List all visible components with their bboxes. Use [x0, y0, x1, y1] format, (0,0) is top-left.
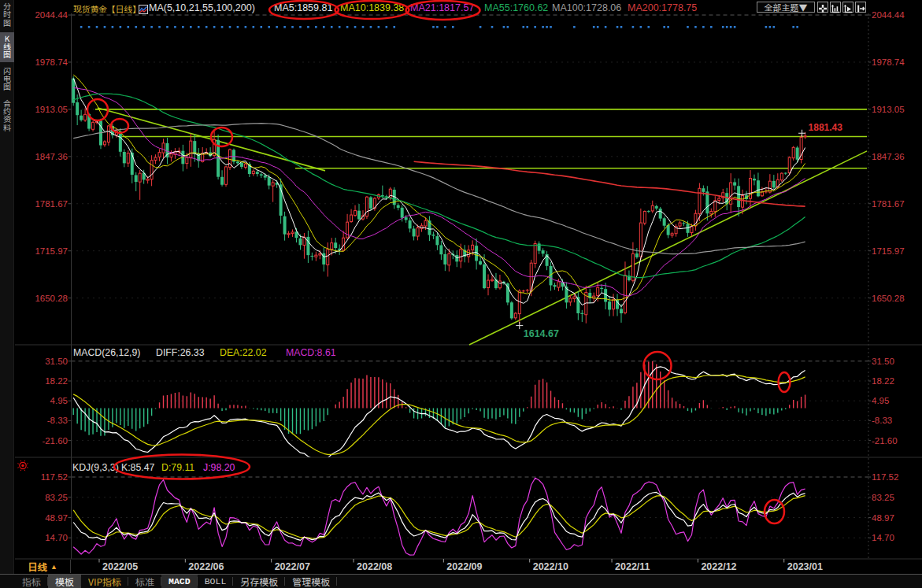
- kdj-header-3: D:79.11: [161, 462, 194, 473]
- macd-label-left: 18.22: [45, 376, 68, 386]
- price-label-left: 1715.97: [35, 246, 68, 256]
- macd-label-left: 31.50: [45, 357, 68, 366]
- ma-value-1: MA5:1859.81: [274, 2, 332, 14]
- price-label-left: 1847.36: [35, 152, 68, 161]
- price-label-right: 1781.67: [872, 199, 905, 209]
- trading-app-window: 分时图K线图闪电图合约资料 现货黄金【日线】 MA(5,10,21,55,100…: [0, 0, 922, 588]
- ma-value-5: MA100:1728.06: [552, 2, 621, 14]
- macd-dea-line: [73, 375, 805, 455]
- left-sidebar: 分时图K线图闪电图合约资料: [0, 0, 14, 588]
- low-price-label: 1614.67: [524, 328, 559, 339]
- price-label-right: 1847.36: [872, 152, 905, 161]
- date-tick-label: 2023/01: [787, 561, 823, 572]
- date-tick-label: 2022/05: [102, 561, 138, 572]
- axis-scale-icon[interactable]: [830, 2, 841, 13]
- annotation-ellipse-7: [644, 352, 672, 379]
- annotation-ellipse-4: [87, 99, 108, 120]
- ma-value-6: MA200:1778.75: [628, 2, 697, 14]
- price-label-right: 2044.44: [872, 10, 905, 20]
- kdj-label-right: 117.52: [872, 472, 898, 482]
- exit-right-icon[interactable]: [855, 2, 866, 13]
- period-arrow-icon: ▲: [50, 563, 57, 571]
- pan-icon[interactable]: [817, 2, 828, 13]
- period-tag: 【日线】: [107, 2, 141, 15]
- date-tick-label: 2022/12: [701, 561, 736, 572]
- annotation-ellipse-10: [114, 455, 250, 479]
- macd-label-left: 4.95: [50, 396, 68, 405]
- date-tick-label: 2022/07: [275, 561, 310, 572]
- macd-label-right: 18.22: [872, 376, 894, 386]
- kdj-label-right: 14.70: [872, 533, 894, 542]
- kdj-header-4: J:98.20: [203, 462, 235, 473]
- macd-label-right: -8.33: [872, 416, 892, 425]
- date-tick-label: 2022/11: [615, 561, 650, 572]
- macd-panel: MACD(26,12,9)DIFF:26.33DEA:22.02MACD:8.6…: [73, 347, 805, 460]
- chart-canvas[interactable]: 2044.442044.441978.741978.741913.051913.…: [0, 0, 922, 588]
- chart-type-icon[interactable]: [139, 3, 148, 17]
- ma-value-2: MA10:1839.38: [340, 2, 404, 14]
- annotation-ellipse-9: [765, 500, 784, 523]
- kdj-panel: KDJ(9,3,3)K:85.47D:79.11J:98.20: [17, 460, 805, 555]
- ma-value-3: MA21:1817.57: [410, 2, 474, 14]
- bottom-tab-1[interactable]: 指标: [15, 575, 48, 588]
- price-label-right: 1715.97: [872, 246, 905, 256]
- extreme-markers: 1881.431614.67: [516, 122, 842, 339]
- macd-header-4: MACD:8.61: [286, 347, 336, 358]
- bottom-tab-bar: 指标模板VIP指标标准MACDBOLL另存模板管理模板: [0, 574, 922, 588]
- macd-label-left: -21.60: [42, 436, 68, 446]
- macd-header-2: DIFF:26.33: [156, 347, 205, 358]
- date-tick-label: 2022/10: [533, 561, 568, 572]
- kdj-label-right: 83.25: [872, 493, 894, 502]
- price-label-left: 1978.74: [35, 57, 68, 67]
- bottom-tab-4[interactable]: 标准: [128, 575, 161, 588]
- symbol-title: 现货黄金【日线】: [73, 2, 141, 15]
- annotation-circles: [87, 1, 791, 523]
- bottom-tab-8[interactable]: 管理模板: [285, 575, 337, 588]
- macd-label-left: -8.33: [47, 416, 68, 425]
- bottom-tab-6[interactable]: BOLL: [198, 575, 234, 588]
- macd-label-right: -21.60: [872, 436, 898, 446]
- axis-play-icon[interactable]: [842, 2, 853, 13]
- ma-settings-label: MA(5,10,21,55,100,200): [149, 2, 255, 14]
- kdj-label-left: 83.25: [45, 493, 68, 502]
- macd-label-right: 4.95: [872, 396, 889, 405]
- price-label-left: 2044.44: [35, 10, 68, 20]
- ma-line-21: [73, 88, 805, 297]
- annotation-ellipse-8: [779, 372, 791, 392]
- bottom-tab-7[interactable]: 另存模板: [233, 575, 285, 588]
- date-axis: 2022/052022/062022/072022/082022/092022/…: [99, 559, 823, 572]
- date-tick-label: 2022/06: [188, 561, 224, 572]
- date-tick-label: 2022/08: [357, 561, 392, 572]
- price-label-left: 1913.05: [35, 105, 68, 114]
- ma-line-10: [73, 75, 805, 300]
- gridlines: 2044.442044.441978.741978.741913.051913.…: [15, 10, 922, 559]
- kdj-label-left: 117.52: [41, 472, 68, 482]
- price-label-right: 1978.74: [872, 57, 905, 67]
- sidebar-tab-2[interactable]: K线图: [0, 32, 14, 62]
- kdj-k-line: [73, 492, 805, 540]
- kdj-header-2: K:85.47: [121, 462, 155, 473]
- annotation-ellipse-6: [211, 128, 232, 146]
- kdj-label-left: 14.70: [45, 533, 68, 542]
- kdj-indicator-icon[interactable]: [17, 460, 28, 471]
- bottom-tab-2[interactable]: 模板: [48, 575, 81, 588]
- macd-header-3: DEA:22.02: [220, 347, 267, 358]
- annotation-ellipse-5: [111, 119, 128, 133]
- drawn-trendlines[interactable]: [95, 108, 867, 345]
- ma-line-200: [414, 161, 805, 206]
- theme-selector-button[interactable]: 全部主题▼: [757, 2, 815, 13]
- price-label-right: 1913.05: [872, 105, 905, 114]
- bottom-tab-3[interactable]: VIP指标: [81, 575, 128, 588]
- period-selector[interactable]: 日线 ▲: [15, 560, 71, 573]
- sidebar-tab-3[interactable]: 闪电图: [0, 65, 14, 94]
- macd-diff-line: [73, 367, 805, 460]
- high-price-label: 1881.43: [809, 122, 843, 133]
- period-label: 日线: [28, 559, 47, 574]
- price-label-left: 1650.28: [35, 294, 68, 303]
- kdj-d-line: [73, 496, 805, 539]
- bottom-tab-5[interactable]: MACD: [161, 575, 198, 588]
- signal-dots-row: [80, 26, 798, 28]
- sidebar-tab-4[interactable]: 合约资料: [0, 97, 14, 135]
- sidebar-tab-1[interactable]: 分时图: [0, 0, 14, 30]
- chart-plot-area[interactable]: [72, 13, 869, 559]
